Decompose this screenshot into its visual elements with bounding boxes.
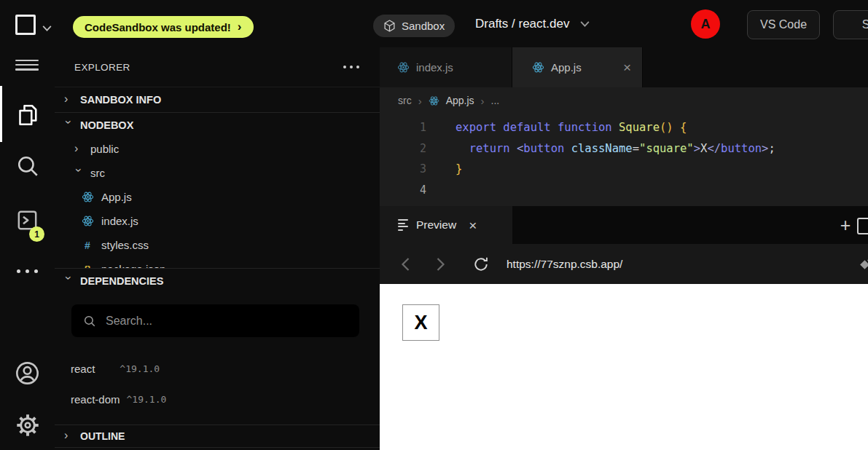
- tree-item-public[interactable]: public: [55, 137, 380, 161]
- square-button-label: X: [414, 312, 427, 334]
- code-line-content: }: [455, 162, 462, 175]
- menu-icon[interactable]: [0, 57, 55, 80]
- devtools-tab-strip: [512, 206, 868, 244]
- code-line-1[interactable]: 1export default function Square() {: [380, 117, 868, 138]
- react-icon: [429, 95, 439, 106]
- share-button[interactable]: Share: [833, 10, 868, 39]
- preview-list-icon: [398, 219, 408, 231]
- section-label: SANDBOX INFO: [80, 94, 161, 106]
- codesandbox-logo[interactable]: [15, 15, 36, 35]
- tree-item-app-js[interactable]: App.js: [55, 185, 380, 209]
- dependency-name: react-dom: [71, 393, 120, 406]
- tab-app-js[interactable]: App.js: [512, 47, 643, 87]
- update-banner-label: CodeSandbox was updated!: [85, 21, 231, 33]
- terminal-count-badge: 1: [29, 226, 44, 242]
- code-line-3[interactable]: 3}: [380, 159, 868, 180]
- section-outline[interactable]: OUTLINE: [55, 425, 380, 448]
- forward-icon[interactable]: [429, 253, 451, 275]
- preview-nav-bar: https://77sznp.csb.app/: [380, 244, 868, 284]
- dependency-list: react^19.1.0react-dom^19.1.0: [55, 353, 380, 414]
- search-icon: [83, 315, 96, 328]
- code-editor[interactable]: 1export default function Square() {2 ret…: [380, 114, 868, 210]
- section-label: OUTLINE: [80, 430, 125, 442]
- code-line-content: export default function Square() {: [455, 121, 687, 134]
- chevron-right-icon: [238, 20, 242, 34]
- close-icon[interactable]: [469, 218, 477, 232]
- breadcrumb-file[interactable]: App.js: [446, 95, 474, 106]
- tree-item-label: App.js: [101, 191, 132, 203]
- tab-label: Preview: [416, 218, 456, 232]
- avatar[interactable]: A: [691, 9, 720, 39]
- tab-preview[interactable]: Preview: [380, 206, 512, 244]
- tree-item-styles-css[interactable]: #styles.css: [55, 233, 380, 257]
- tab-label: index.js: [416, 61, 453, 74]
- editor-area: index.js App.js src: [380, 47, 868, 450]
- workspace-menu-chevron-icon[interactable]: [42, 21, 52, 34]
- close-icon[interactable]: [623, 60, 631, 74]
- chevron-down-icon: [63, 120, 74, 129]
- line-number: 1: [380, 121, 426, 134]
- dependency-search-input[interactable]: [104, 314, 348, 328]
- codesandbox-window: CodeSandbox was updated! Sandbox Drafts …: [0, 0, 868, 450]
- share-button-label: Share: [862, 18, 868, 31]
- explorer-more-icon[interactable]: [343, 66, 359, 68]
- dependency-row-react[interactable]: react^19.1.0: [55, 353, 380, 384]
- react-icon: [81, 215, 94, 227]
- tree-item-label: src: [90, 167, 105, 179]
- files-icon[interactable]: [0, 100, 55, 130]
- code-line-4[interactable]: 4: [380, 180, 868, 201]
- settings-gear-icon[interactable]: [0, 410, 55, 441]
- css-icon: #: [81, 240, 94, 251]
- dependency-version: ^19.1.0: [120, 363, 160, 374]
- breadcrumb-folder[interactable]: src: [398, 95, 412, 106]
- preview-tab-bar: Preview: [380, 206, 868, 244]
- react-icon: [532, 61, 544, 74]
- tree-item-label: public: [90, 143, 119, 155]
- code-line-content: return <button className="square">X</but…: [455, 142, 775, 155]
- update-banner[interactable]: CodeSandbox was updated!: [73, 16, 254, 38]
- breadcrumb-more[interactable]: ...: [491, 95, 500, 106]
- project-breadcrumb[interactable]: Drafts / react.dev: [475, 0, 590, 47]
- activity-bar: 1: [0, 47, 55, 450]
- terminal-icon[interactable]: [0, 205, 55, 235]
- line-number: 2: [380, 142, 426, 155]
- line-number: 3: [380, 162, 426, 175]
- chevron-right-icon: [64, 93, 73, 105]
- line-number: 4: [380, 183, 426, 197]
- square-button[interactable]: X: [402, 304, 439, 341]
- chevron-down-icon: [580, 21, 590, 27]
- account-icon[interactable]: [0, 358, 55, 388]
- more-tools-icon[interactable]: [0, 266, 55, 276]
- back-icon[interactable]: [394, 253, 416, 275]
- url-field[interactable]: https://77sznp.csb.app/: [507, 258, 622, 271]
- vscode-button-label: VS Code: [760, 18, 807, 31]
- add-devtool-icon[interactable]: [835, 215, 856, 235]
- editor-tab-bar: index.js App.js: [380, 47, 868, 87]
- tree-item-index-js[interactable]: index.js: [55, 209, 380, 233]
- cube-icon: [383, 20, 396, 32]
- open-in-new-window-icon[interactable]: [857, 218, 868, 234]
- tree-item-label: index.js: [101, 215, 138, 227]
- sandbox-type-badge[interactable]: Sandbox: [373, 15, 455, 37]
- file-tree: publicsrcApp.jsindex.js#styles.css{}pack…: [55, 137, 380, 281]
- dependency-row-react-dom[interactable]: react-dom^19.1.0: [55, 384, 380, 414]
- section-label: DEPENDENCIES: [80, 275, 163, 287]
- refresh-icon[interactable]: [470, 253, 492, 275]
- tree-item-label: styles.css: [101, 239, 149, 251]
- tab-index-js[interactable]: index.js: [380, 47, 512, 87]
- vscode-button[interactable]: VS Code: [747, 10, 820, 39]
- explorer-title: EXPLORER: [74, 62, 130, 73]
- tree-item-src[interactable]: src: [55, 161, 380, 185]
- explorer-panel: EXPLORER SANDBOX INFO NODEBOX publicsrcA…: [55, 47, 380, 450]
- search-icon[interactable]: [0, 151, 55, 181]
- code-line-2[interactable]: 2 return <button className="square">X</b…: [380, 138, 868, 159]
- section-dependencies[interactable]: DEPENDENCIES: [55, 268, 380, 293]
- chevron-right-icon: [74, 143, 83, 154]
- section-nodebox[interactable]: NODEBOX: [55, 113, 380, 138]
- dependency-version: ^19.1.0: [127, 394, 167, 405]
- section-sandbox-info[interactable]: SANDBOX INFO: [55, 87, 380, 112]
- react-icon: [81, 191, 94, 203]
- project-breadcrumb-label: Drafts / react.dev: [475, 17, 569, 31]
- ai-sparkle-icon[interactable]: [861, 258, 868, 270]
- chevron-down-icon: [63, 276, 74, 285]
